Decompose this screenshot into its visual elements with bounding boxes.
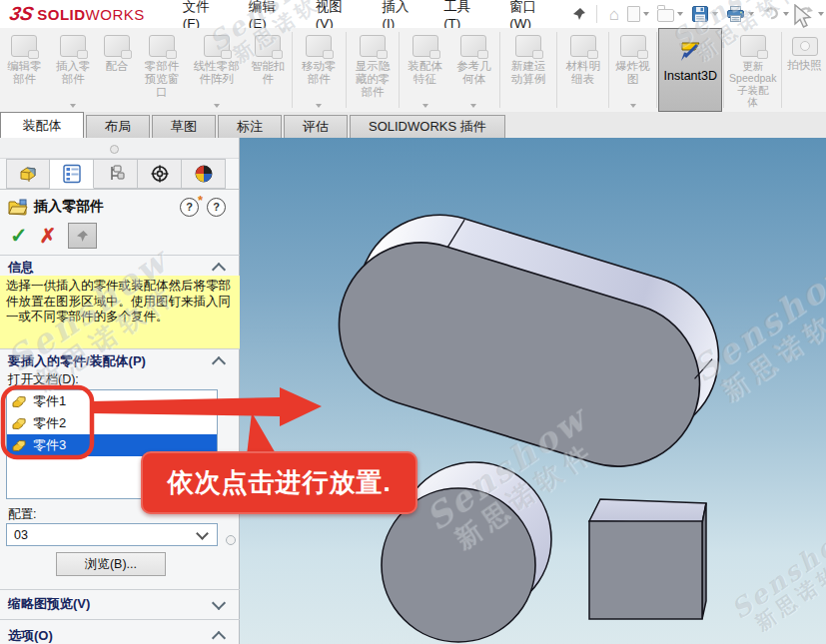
solidworks-window: 3S SOLIDWORKS 文件(F) 编辑(E) 视图(V) 插入(I) 工具…: [0, 0, 826, 644]
rounded-slab-part[interactable]: [319, 192, 739, 490]
new-document-icon[interactable]: [625, 5, 651, 23]
menu-file[interactable]: 文件(F): [183, 0, 227, 31]
chevron-down-icon: [422, 104, 428, 108]
instant3d-button[interactable]: Instant3D: [658, 28, 722, 112]
smart-fasteners-icon: [255, 35, 281, 57]
display-manager-tab[interactable]: [138, 159, 182, 189]
panel-title: 插入零部件: [34, 198, 104, 216]
assembly-features-button[interactable]: 装配体 特征: [401, 28, 449, 112]
info-group-header[interactable]: 信息: [8, 259, 232, 277]
thumbnail-preview-header[interactable]: 缩略图预览(V): [8, 595, 232, 613]
display-manager-icon: [149, 164, 171, 184]
edit-component-button[interactable]: 编辑零 部件: [0, 28, 49, 112]
divider: [0, 348, 240, 349]
insert-section-header[interactable]: 要插入的零件/装配体(P): [8, 352, 232, 370]
take-snapshot-button[interactable]: 拍快照: [783, 28, 826, 112]
chevron-down-icon: [196, 527, 209, 540]
update-speedpak-subassembly-icon: [740, 35, 766, 57]
menu-insert[interactable]: 插入(I): [383, 0, 422, 31]
chevron-down-icon: [70, 104, 76, 108]
divider: [0, 255, 240, 256]
ribbon-divider: [608, 32, 609, 108]
menu-window[interactable]: 窗口(W): [509, 0, 558, 31]
show-hidden-components-button[interactable]: 显示隐 藏的零 部件: [348, 28, 399, 112]
manager-tab-underline: [0, 189, 239, 190]
workarea: 插入零部件 ?* ? ✓ ✗ 信息 选择一供插入的零件或装配体然后将零部件放置在…: [0, 138, 826, 644]
feature-manager-tab[interactable]: [6, 159, 50, 189]
mate-button[interactable]: 配合: [98, 28, 137, 112]
undo-icon[interactable]: [760, 5, 791, 23]
dimxpert-manager-tab[interactable]: [182, 159, 226, 189]
list-item-part1[interactable]: 零件1: [7, 390, 217, 412]
info-message: 选择一供插入的零件或装配体然后将零部件放置在图形区域中。使用图钉来插入同一或不同…: [0, 276, 240, 349]
tab-sketch[interactable]: 草图: [152, 115, 216, 138]
browse-button[interactable]: 浏览(B)...: [56, 552, 166, 576]
options-header[interactable]: 选项(O): [8, 627, 232, 644]
menu-edit[interactable]: 编辑(E): [249, 0, 294, 31]
tab-assembly[interactable]: 装配体: [0, 112, 84, 138]
tab-markup[interactable]: 标注: [218, 115, 282, 138]
chevron-up-icon: [212, 631, 226, 644]
tab-evaluate[interactable]: 评估: [284, 115, 348, 138]
main-menu: 文件(F) 编辑(E) 视图(V) 插入(I) 工具(T) 窗口(W): [183, 0, 558, 31]
menu-view[interactable]: 视图(V): [316, 0, 361, 31]
component-preview-window-icon: [149, 35, 175, 57]
configuration-label: 配置:: [8, 506, 36, 523]
new-star-icon: *: [198, 193, 203, 208]
toolbar-separator: [596, 5, 597, 23]
ribbon-divider: [346, 32, 347, 108]
pin-icon[interactable]: [572, 7, 586, 21]
open-document-icon[interactable]: [655, 5, 685, 23]
help-icon[interactable]: ?: [207, 198, 226, 217]
part-icon: [12, 395, 27, 408]
manager-tab-bar: [6, 159, 226, 190]
component-preview-window-button[interactable]: 零部件 预览窗 口: [137, 28, 188, 112]
new-motion-study-icon: [515, 35, 541, 57]
cube-part[interactable]: [589, 499, 706, 619]
save-icon[interactable]: [689, 4, 720, 24]
property-manager-tab[interactable]: [50, 159, 94, 189]
exploded-view-icon: [620, 35, 646, 57]
ribbon-divider: [399, 32, 400, 108]
print-icon[interactable]: [724, 4, 756, 24]
dimxpert-manager-icon: [193, 164, 215, 184]
divider: [0, 619, 240, 620]
exploded-view-button[interactable]: 爆炸视 图: [610, 28, 655, 112]
tab-solidworks-addins[interactable]: SOLIDWORKS 插件: [350, 115, 505, 138]
callout-bubble: 依次点击进行放置.: [141, 451, 417, 514]
graphics-viewport[interactable]: [240, 138, 826, 644]
ribbon-divider: [781, 32, 782, 108]
tab-layout[interactable]: 布局: [86, 115, 150, 138]
smart-fasteners-button[interactable]: 智能扣 件: [246, 28, 291, 112]
logo-mark: 3S: [8, 3, 36, 25]
panel-flyout-strip: [0, 138, 239, 159]
chevron-down-icon: [214, 104, 220, 108]
drag-handle-icon[interactable]: [110, 145, 119, 154]
new-motion-study-button[interactable]: 新建运 动算例: [501, 28, 556, 112]
open-documents-label: 打开文档(D):: [8, 371, 79, 388]
feature-manager-icon: [17, 164, 39, 184]
property-manager-panel: 插入零部件 ?* ? ✓ ✗ 信息 选择一供插入的零件或装配体然后将零部件放置在…: [0, 138, 240, 644]
update-speedpak-button[interactable]: 更新 Speedpak 子装配 体: [725, 28, 780, 112]
list-item-part2[interactable]: 零件2: [7, 412, 217, 434]
configuration-combobox[interactable]: 03: [6, 523, 218, 546]
move-component-button[interactable]: 移动零 部件: [294, 28, 345, 112]
part-icon: [12, 439, 27, 452]
reference-geometry-button[interactable]: 参考几 何体: [449, 28, 498, 112]
cancel-button[interactable]: ✗: [40, 224, 57, 248]
configuration-manager-tab[interactable]: [94, 159, 138, 189]
linear-component-pattern-button[interactable]: 线性零部 件阵列: [187, 28, 246, 112]
ok-button[interactable]: ✓: [10, 224, 28, 248]
bill-of-materials-button[interactable]: 材料明 细表: [558, 28, 607, 112]
chevron-down-icon: [316, 104, 322, 108]
mouse-cursor-icon: [791, 4, 813, 30]
whats-new-help-icon[interactable]: ?*: [180, 198, 199, 217]
keep-visible-pin-button[interactable]: [68, 223, 97, 249]
insert-component-button[interactable]: 插入零 部件: [49, 28, 98, 112]
chevron-up-icon: [212, 356, 226, 370]
reference-geometry-icon: [460, 35, 486, 57]
ribbon-divider: [723, 32, 724, 108]
menu-tools[interactable]: 工具(T): [443, 0, 487, 31]
home-icon[interactable]: ⌂: [607, 5, 621, 24]
panel-splitter-handle[interactable]: [226, 535, 236, 545]
